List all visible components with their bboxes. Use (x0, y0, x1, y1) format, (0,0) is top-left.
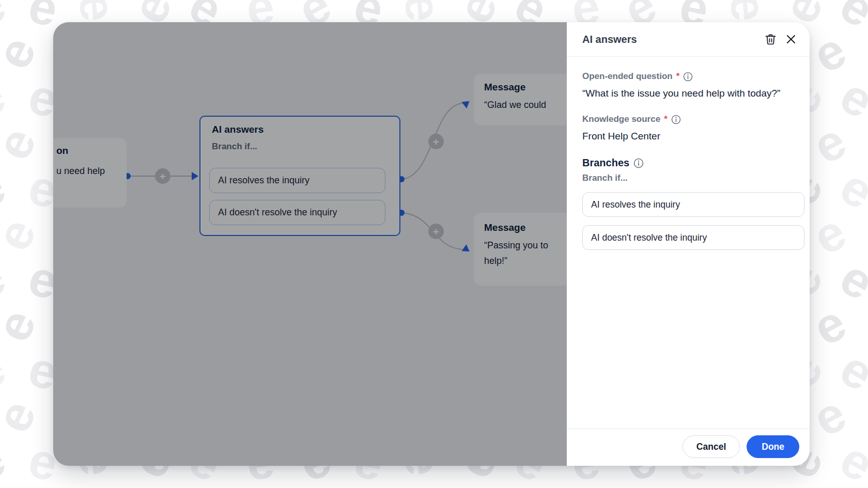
watermark-letter: e (723, 0, 774, 23)
watermark-letter: e (758, 481, 793, 488)
branch-if-label: Branch if... (582, 173, 803, 183)
info-icon[interactable] (633, 158, 644, 168)
watermark-letter: e (833, 0, 868, 36)
watermark-letter: e (0, 342, 13, 399)
watermark-letter: e (0, 70, 13, 127)
trash-icon (764, 33, 777, 46)
info-icon[interactable] (683, 72, 693, 82)
cancel-button[interactable]: Cancel (683, 435, 740, 458)
page: eeeeeeeeeeeeeeeeeeeeeeeeeeeeeeeeeeeeeeee… (0, 0, 868, 488)
watermark-letter: e (214, 480, 252, 488)
field-label: Knowledge source (582, 114, 660, 124)
flow-canvas[interactable]: + + + on u need help AI answers Branch i… (53, 22, 567, 466)
question-value: “What is the issue you need help with to… (582, 86, 785, 101)
flow-editor-modal: + + + on u need help AI answers Branch i… (53, 22, 810, 466)
watermark-letter: e (540, 480, 577, 488)
watermark-letter: e (0, 433, 13, 488)
watermark-letter: e (0, 0, 13, 36)
watermark-letter: e (0, 161, 13, 217)
close-icon (785, 33, 797, 45)
panel-title: AI answers (582, 34, 760, 45)
panel-footer: Cancel Done (567, 429, 810, 466)
field-label: Open-ended question (582, 71, 673, 82)
branch-input-2[interactable] (582, 225, 804, 250)
info-icon[interactable] (671, 115, 681, 124)
watermark-letter: e (72, 0, 123, 23)
required-asterisk: * (676, 71, 680, 82)
dim-overlay (53, 22, 567, 466)
watermark-letter: e (397, 0, 449, 23)
close-panel-button[interactable] (781, 29, 801, 50)
panel-content: Open-ended question * “What is the issue… (567, 57, 810, 429)
watermark-letter: e (107, 481, 142, 488)
ai-answers-panel: AI answers Open-ende (567, 22, 810, 466)
branch-input-1[interactable] (582, 192, 804, 217)
panel-header: AI answers (567, 22, 810, 57)
delete-step-button[interactable] (760, 29, 781, 50)
required-asterisk: * (664, 114, 668, 124)
watermark-letter: e (433, 481, 467, 488)
branches-heading: Branches (582, 157, 629, 169)
watermark-letter: e (0, 251, 13, 308)
watermark-letter: e (865, 480, 868, 488)
knowledge-source-value: Front Help Center (582, 129, 785, 144)
done-button[interactable]: Done (747, 435, 799, 458)
